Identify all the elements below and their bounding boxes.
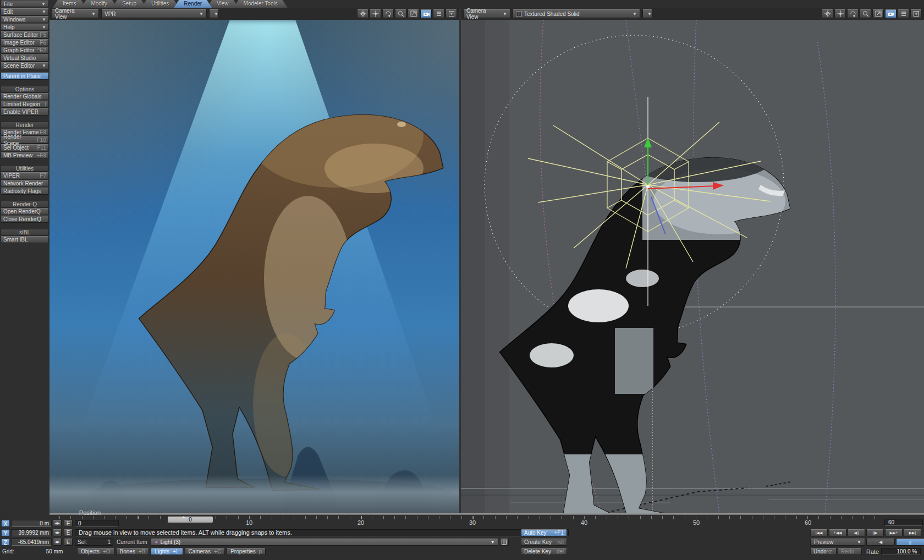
current-item-dropdown[interactable]: ◄ Light (3) ▼ bbox=[151, 539, 498, 546]
properties-button[interactable]: Propertiesp bbox=[227, 548, 266, 555]
maximize-viewport-icon[interactable] bbox=[872, 9, 884, 18]
tab-modify[interactable]: Modify bbox=[81, 0, 117, 8]
tab-items[interactable]: Items bbox=[53, 0, 86, 8]
auto-key-button[interactable]: Auto Key+F1 bbox=[521, 529, 567, 536]
rotate-tool-icon[interactable] bbox=[847, 9, 859, 18]
bones-mode-button[interactable]: Bones+B bbox=[116, 548, 150, 555]
objects-mode-button[interactable]: Objects+O bbox=[77, 548, 114, 555]
y-position-field[interactable]: 39.9992 mm bbox=[11, 529, 52, 536]
limited-region-button[interactable]: Limited Regionl bbox=[1, 101, 49, 108]
render-scene-button[interactable]: Render SceneF10 bbox=[1, 136, 49, 144]
trex-shaded-scene bbox=[461, 20, 924, 513]
parent-in-place-button[interactable]: Parent in Place bbox=[1, 73, 49, 80]
viewport-menu-icon[interactable] bbox=[433, 9, 444, 18]
pause-button[interactable]: || bbox=[896, 539, 924, 546]
image-editor-button[interactable]: Image EditorF6 bbox=[1, 39, 49, 46]
zoom-tool-icon[interactable] bbox=[860, 9, 871, 18]
chevron-down-icon: ▼ bbox=[491, 540, 495, 545]
item-list-icon[interactable] bbox=[500, 539, 509, 546]
move-tool-icon[interactable] bbox=[822, 9, 833, 18]
x-position-field[interactable]: 0 m bbox=[11, 520, 52, 527]
pan-tool-icon[interactable] bbox=[370, 9, 381, 18]
left-render-mode-dropdown[interactable]: VPR▼ bbox=[101, 9, 207, 18]
windows-menu[interactable]: Windows▼ bbox=[1, 16, 49, 23]
next-keyframe-button[interactable]: ▶▶+ bbox=[885, 529, 903, 536]
tab-utilities[interactable]: Utilities bbox=[141, 0, 179, 8]
x-envelope-button[interactable]: E bbox=[64, 520, 73, 527]
z-axis-badge[interactable]: Z bbox=[1, 539, 10, 546]
smart-ibl-button[interactable]: Smart IBL bbox=[1, 236, 49, 243]
timeline-ruler[interactable]: Position 10 20 30 40 50 60 0 bbox=[52, 516, 880, 526]
viewport-layout-icon[interactable] bbox=[910, 9, 922, 18]
y-axis-badge[interactable]: Y bbox=[1, 529, 10, 536]
rate-field[interactable]: 100.0 % bbox=[881, 548, 921, 555]
move-tool-icon[interactable] bbox=[357, 9, 369, 18]
go-to-end-button[interactable]: ▶▶| bbox=[904, 529, 921, 536]
open-renderq-button[interactable]: Open RenderQ bbox=[1, 208, 49, 215]
scene-editor-button[interactable]: Scene Editor▼ bbox=[1, 62, 49, 69]
cameras-mode-button[interactable]: Cameras+C bbox=[185, 548, 226, 555]
viewport-menu-icon[interactable] bbox=[898, 9, 909, 18]
preview-dropdown[interactable]: Preview▼ bbox=[810, 539, 865, 546]
viper-button[interactable]: VIPERF7 bbox=[1, 172, 49, 179]
maximize-viewport-icon[interactable] bbox=[408, 9, 419, 18]
tick-10: 10 bbox=[246, 519, 252, 526]
delete-key-button[interactable]: Delete Keydel bbox=[521, 548, 567, 555]
step-back-button[interactable]: ◀|| bbox=[848, 529, 865, 536]
undo-button[interactable]: Undo^Z bbox=[810, 548, 837, 555]
trex-vpr-render bbox=[50, 20, 459, 513]
end-frame-field[interactable]: 60 bbox=[884, 519, 923, 526]
edit-menu[interactable]: Edit▼ bbox=[1, 8, 49, 15]
help-menu[interactable]: Help▼ bbox=[1, 24, 49, 31]
viewport-right: Camera View▼ T Textured Shaded Solid▼ ▼ bbox=[461, 8, 924, 513]
redo-button[interactable]: Redo bbox=[838, 548, 862, 555]
left-view-type-dropdown[interactable]: Camera View▼ bbox=[52, 9, 99, 18]
prev-keyframe-button[interactable]: +◀◀ bbox=[829, 529, 846, 536]
y-nudge-arrows[interactable]: ◀▶ bbox=[53, 529, 62, 536]
shaded-view-canvas[interactable] bbox=[461, 20, 924, 513]
graph-editor-button[interactable]: Graph Editor^F2 bbox=[1, 47, 49, 54]
tab-modeler-tools[interactable]: Modeler Tools bbox=[234, 0, 288, 8]
right-render-mode-dropdown[interactable]: T Textured Shaded Solid▼ bbox=[513, 9, 640, 18]
render-globals-button[interactable]: Render Globals bbox=[1, 93, 49, 100]
right-viewport-tools bbox=[822, 9, 922, 18]
right-view-type-dropdown[interactable]: Camera View▼ bbox=[463, 9, 510, 18]
camera-view-icon[interactable] bbox=[420, 9, 432, 18]
tab-render[interactable]: Render bbox=[174, 0, 212, 8]
x-axis-badge[interactable]: X bbox=[1, 520, 10, 527]
file-menu[interactable]: File ▼ bbox=[1, 1, 49, 7]
close-renderq-button[interactable]: Close RenderQ bbox=[1, 216, 49, 223]
tab-view[interactable]: View bbox=[207, 0, 239, 8]
left-extra-dropdown[interactable]: ▼ bbox=[209, 9, 219, 18]
chevron-down-icon: ▼ bbox=[647, 12, 652, 17]
z-envelope-button[interactable]: E bbox=[64, 539, 73, 546]
z-nudge-arrows[interactable]: ◀▶ bbox=[53, 539, 62, 546]
virtual-studio-button[interactable]: Virtual Studio bbox=[1, 54, 49, 62]
x-nudge-arrows[interactable]: ◀▶ bbox=[53, 520, 62, 527]
enable-viper-button[interactable]: Enable VIPER bbox=[1, 108, 49, 116]
current-frame-field[interactable]: 0 bbox=[75, 520, 119, 527]
camera-view-icon[interactable] bbox=[885, 9, 897, 18]
right-extra-dropdown[interactable]: ▼ bbox=[642, 9, 652, 18]
pan-tool-icon[interactable] bbox=[834, 9, 846, 18]
tab-setup[interactable]: Setup bbox=[112, 0, 146, 8]
go-to-start-button[interactable]: |◀◀ bbox=[810, 529, 828, 536]
zoom-tool-icon[interactable] bbox=[395, 9, 406, 18]
network-render-button[interactable]: Network Render bbox=[1, 180, 49, 187]
tick-30: 30 bbox=[469, 519, 476, 526]
z-position-field[interactable]: -65.0419mm bbox=[11, 539, 52, 546]
create-key-button[interactable]: Create Keyret bbox=[521, 539, 567, 546]
viewport-layout-icon[interactable] bbox=[446, 9, 457, 18]
step-forward-button[interactable]: ||▶ bbox=[866, 529, 884, 536]
radiosity-flags-button[interactable]: Radiosity Flags bbox=[1, 188, 49, 195]
mb-preview-button[interactable]: MB Preview+F9 bbox=[1, 152, 49, 159]
lights-mode-button[interactable]: Lights+L bbox=[151, 548, 183, 555]
play-backward-button[interactable]: ◀ bbox=[866, 539, 895, 546]
y-envelope-button[interactable]: E bbox=[64, 529, 73, 536]
rotate-tool-icon[interactable] bbox=[382, 9, 394, 18]
selection-count-field: Sel:1 bbox=[75, 539, 113, 546]
surface-editor-button[interactable]: Surface EditorF5 bbox=[1, 31, 49, 39]
sel-object-button[interactable]: Sel ObjectF11 bbox=[1, 144, 49, 151]
frame-slider-handle[interactable]: 0 bbox=[167, 516, 213, 523]
vpr-render-canvas[interactable] bbox=[50, 20, 459, 513]
